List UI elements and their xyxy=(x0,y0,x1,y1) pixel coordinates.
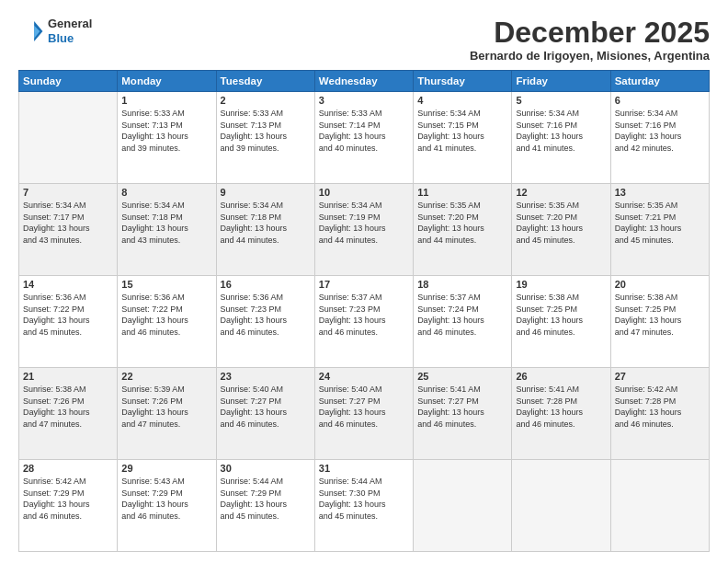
day-info: Sunrise: 5:36 AM Sunset: 7:22 PM Dayligh… xyxy=(23,292,113,338)
day-number: 3 xyxy=(319,95,409,106)
calendar-cell: 19Sunrise: 5:38 AM Sunset: 7:25 PM Dayli… xyxy=(512,276,610,368)
day-info: Sunrise: 5:33 AM Sunset: 7:13 PM Dayligh… xyxy=(121,108,211,154)
day-number: 24 xyxy=(319,371,409,382)
weekday-header-sunday: Sunday xyxy=(19,71,118,92)
day-info: Sunrise: 5:39 AM Sunset: 7:26 PM Dayligh… xyxy=(121,384,211,430)
calendar-cell: 6Sunrise: 5:34 AM Sunset: 7:16 PM Daylig… xyxy=(610,92,709,184)
calendar-cell: 5Sunrise: 5:34 AM Sunset: 7:16 PM Daylig… xyxy=(512,92,610,184)
day-info: Sunrise: 5:44 AM Sunset: 7:30 PM Dayligh… xyxy=(319,476,409,522)
day-info: Sunrise: 5:37 AM Sunset: 7:24 PM Dayligh… xyxy=(417,292,507,338)
logo: General Blue xyxy=(18,17,92,45)
day-number: 14 xyxy=(23,279,113,290)
day-info: Sunrise: 5:34 AM Sunset: 7:15 PM Dayligh… xyxy=(417,108,507,154)
weekday-header-friday: Friday xyxy=(512,71,610,92)
day-number: 6 xyxy=(615,95,705,106)
day-number: 16 xyxy=(221,279,311,290)
day-info: Sunrise: 5:34 AM Sunset: 7:16 PM Dayligh… xyxy=(516,108,606,154)
day-number: 17 xyxy=(319,279,409,290)
calendar-cell: 3Sunrise: 5:33 AM Sunset: 7:14 PM Daylig… xyxy=(314,92,413,184)
week-row-1: 1Sunrise: 5:33 AM Sunset: 7:13 PM Daylig… xyxy=(19,92,710,184)
day-number: 27 xyxy=(615,371,705,382)
day-number: 10 xyxy=(319,187,409,198)
day-info: Sunrise: 5:41 AM Sunset: 7:28 PM Dayligh… xyxy=(516,384,606,430)
week-row-3: 14Sunrise: 5:36 AM Sunset: 7:22 PM Dayli… xyxy=(19,276,710,368)
day-info: Sunrise: 5:36 AM Sunset: 7:22 PM Dayligh… xyxy=(121,292,211,338)
day-info: Sunrise: 5:42 AM Sunset: 7:29 PM Dayligh… xyxy=(23,476,113,522)
page-header: General Blue December 2025 Bernardo de I… xyxy=(18,17,710,63)
day-number: 9 xyxy=(221,187,311,198)
day-info: Sunrise: 5:33 AM Sunset: 7:14 PM Dayligh… xyxy=(319,108,409,154)
day-info: Sunrise: 5:42 AM Sunset: 7:28 PM Dayligh… xyxy=(615,384,705,430)
calendar-cell: 8Sunrise: 5:34 AM Sunset: 7:18 PM Daylig… xyxy=(118,184,216,276)
calendar-cell xyxy=(19,92,118,184)
day-number: 8 xyxy=(121,187,211,198)
calendar-cell: 21Sunrise: 5:38 AM Sunset: 7:26 PM Dayli… xyxy=(19,368,118,460)
day-info: Sunrise: 5:35 AM Sunset: 7:20 PM Dayligh… xyxy=(417,200,507,246)
weekday-header-row: SundayMondayTuesdayWednesdayThursdayFrid… xyxy=(19,71,710,92)
calendar-cell: 11Sunrise: 5:35 AM Sunset: 7:20 PM Dayli… xyxy=(414,184,512,276)
day-info: Sunrise: 5:34 AM Sunset: 7:19 PM Dayligh… xyxy=(319,200,409,246)
day-number: 11 xyxy=(417,187,507,198)
calendar-cell: 25Sunrise: 5:41 AM Sunset: 7:27 PM Dayli… xyxy=(414,368,512,460)
day-number: 23 xyxy=(221,371,311,382)
weekday-header-thursday: Thursday xyxy=(414,71,512,92)
day-number: 15 xyxy=(121,279,211,290)
day-number: 1 xyxy=(121,95,211,106)
calendar-cell: 28Sunrise: 5:42 AM Sunset: 7:29 PM Dayli… xyxy=(19,460,118,552)
calendar-cell: 16Sunrise: 5:36 AM Sunset: 7:23 PM Dayli… xyxy=(216,276,314,368)
day-info: Sunrise: 5:43 AM Sunset: 7:29 PM Dayligh… xyxy=(121,476,211,522)
calendar-cell: 4Sunrise: 5:34 AM Sunset: 7:15 PM Daylig… xyxy=(414,92,512,184)
day-number: 7 xyxy=(23,187,113,198)
calendar-cell: 24Sunrise: 5:40 AM Sunset: 7:27 PM Dayli… xyxy=(314,368,413,460)
day-info: Sunrise: 5:40 AM Sunset: 7:27 PM Dayligh… xyxy=(221,384,311,430)
day-info: Sunrise: 5:36 AM Sunset: 7:23 PM Dayligh… xyxy=(221,292,311,338)
day-number: 25 xyxy=(417,371,507,382)
day-number: 30 xyxy=(221,463,311,474)
calendar-cell: 9Sunrise: 5:34 AM Sunset: 7:18 PM Daylig… xyxy=(216,184,314,276)
weekday-header-tuesday: Tuesday xyxy=(216,71,314,92)
day-info: Sunrise: 5:37 AM Sunset: 7:23 PM Dayligh… xyxy=(319,292,409,338)
calendar-cell: 12Sunrise: 5:35 AM Sunset: 7:20 PM Dayli… xyxy=(512,184,610,276)
day-number: 26 xyxy=(516,371,606,382)
day-info: Sunrise: 5:38 AM Sunset: 7:25 PM Dayligh… xyxy=(615,292,705,338)
location-subtitle: Bernardo de Irigoyen, Misiones, Argentin… xyxy=(470,49,710,63)
calendar-cell: 17Sunrise: 5:37 AM Sunset: 7:23 PM Dayli… xyxy=(314,276,413,368)
calendar-cell xyxy=(414,460,512,552)
day-number: 13 xyxy=(615,187,705,198)
week-row-4: 21Sunrise: 5:38 AM Sunset: 7:26 PM Dayli… xyxy=(19,368,710,460)
weekday-header-monday: Monday xyxy=(118,71,216,92)
calendar-cell: 31Sunrise: 5:44 AM Sunset: 7:30 PM Dayli… xyxy=(314,460,413,552)
calendar-cell: 22Sunrise: 5:39 AM Sunset: 7:26 PM Dayli… xyxy=(118,368,216,460)
calendar-cell: 23Sunrise: 5:40 AM Sunset: 7:27 PM Dayli… xyxy=(216,368,314,460)
calendar-cell: 15Sunrise: 5:36 AM Sunset: 7:22 PM Dayli… xyxy=(118,276,216,368)
day-info: Sunrise: 5:34 AM Sunset: 7:18 PM Dayligh… xyxy=(121,200,211,246)
calendar-cell: 1Sunrise: 5:33 AM Sunset: 7:13 PM Daylig… xyxy=(118,92,216,184)
day-number: 12 xyxy=(516,187,606,198)
day-info: Sunrise: 5:34 AM Sunset: 7:17 PM Dayligh… xyxy=(23,200,113,246)
day-number: 22 xyxy=(121,371,211,382)
day-info: Sunrise: 5:34 AM Sunset: 7:18 PM Dayligh… xyxy=(221,200,311,246)
day-number: 20 xyxy=(615,279,705,290)
day-info: Sunrise: 5:33 AM Sunset: 7:13 PM Dayligh… xyxy=(221,108,311,154)
logo-text: General Blue xyxy=(48,17,92,45)
calendar-page: General Blue December 2025 Bernardo de I… xyxy=(0,0,728,563)
logo-icon xyxy=(18,18,44,44)
weekday-header-wednesday: Wednesday xyxy=(314,71,413,92)
calendar-cell: 18Sunrise: 5:37 AM Sunset: 7:24 PM Dayli… xyxy=(414,276,512,368)
day-number: 29 xyxy=(121,463,211,474)
day-number: 28 xyxy=(23,463,113,474)
day-number: 5 xyxy=(516,95,606,106)
day-number: 31 xyxy=(319,463,409,474)
day-info: Sunrise: 5:35 AM Sunset: 7:21 PM Dayligh… xyxy=(615,200,705,246)
weekday-header-saturday: Saturday xyxy=(610,71,709,92)
calendar-cell: 30Sunrise: 5:44 AM Sunset: 7:29 PM Dayli… xyxy=(216,460,314,552)
calendar-cell: 20Sunrise: 5:38 AM Sunset: 7:25 PM Dayli… xyxy=(610,276,709,368)
calendar-cell: 26Sunrise: 5:41 AM Sunset: 7:28 PM Dayli… xyxy=(512,368,610,460)
calendar-cell xyxy=(512,460,610,552)
week-row-2: 7Sunrise: 5:34 AM Sunset: 7:17 PM Daylig… xyxy=(19,184,710,276)
day-info: Sunrise: 5:40 AM Sunset: 7:27 PM Dayligh… xyxy=(319,384,409,430)
month-title: December 2025 xyxy=(470,17,710,49)
day-info: Sunrise: 5:44 AM Sunset: 7:29 PM Dayligh… xyxy=(221,476,311,522)
calendar-cell: 10Sunrise: 5:34 AM Sunset: 7:19 PM Dayli… xyxy=(314,184,413,276)
calendar-cell: 14Sunrise: 5:36 AM Sunset: 7:22 PM Dayli… xyxy=(19,276,118,368)
